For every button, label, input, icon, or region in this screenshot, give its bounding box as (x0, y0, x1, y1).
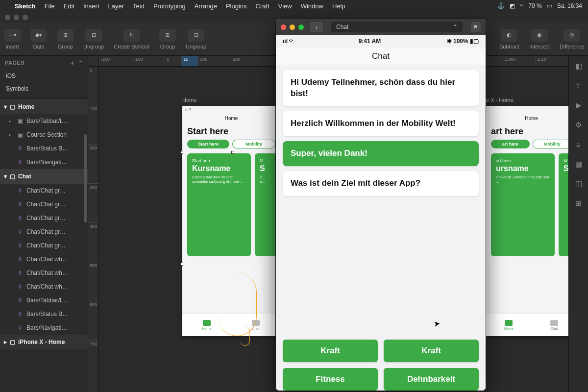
tab-chat[interactable]: Chat (231, 314, 280, 336)
wifi-icon[interactable]: ⌔ (520, 2, 523, 9)
insert-button[interactable]: ＋▾Insert (4, 29, 21, 49)
app-name[interactable]: Sketch (15, 2, 36, 10)
image-icon[interactable]: ⊞ (573, 198, 584, 209)
clock[interactable]: Sa. 16:34 (557, 2, 582, 9)
heading: Start here (182, 123, 280, 139)
layer-item[interactable]: ◊Chat/Chat gr… (0, 184, 88, 197)
mask-icon[interactable]: ◫ (573, 178, 584, 189)
page-ios[interactable]: iOS (0, 70, 88, 82)
layout-icon[interactable]: ▦ (573, 159, 584, 170)
popup-titlebar[interactable]: ‹ Chat⌃ ⚑ (276, 19, 486, 35)
chevron-updown-icon: ⌃ (453, 24, 458, 30)
data-button[interactable]: ◆▾Data (30, 29, 47, 49)
intersect-button[interactable]: ◉Intersect (529, 29, 550, 49)
chat-bubble-incoming: Was ist dein Ziel mit dieser App? (283, 171, 479, 196)
layer-item[interactable]: ◊Bars/Status B… (0, 142, 88, 155)
export-icon[interactable]: ⇪ (573, 80, 584, 91)
popup-min-icon[interactable] (290, 24, 295, 30)
pill-mobility[interactable]: Mobility (533, 140, 569, 148)
layer-item[interactable]: ▸▣Course Section (0, 128, 88, 142)
menu-text[interactable]: Text (133, 2, 145, 10)
align-icon[interactable]: ≡ (573, 139, 584, 150)
traffic-min-icon[interactable] (14, 15, 19, 20)
artboard-home-canvas[interactable]: Home ııl ⌔▮ Home Start here Start here M… (182, 106, 280, 336)
answer-dehnbarkeit-button[interactable]: Dehnbarkeit (384, 368, 479, 391)
artboard-selector[interactable]: Chat⌃ (331, 22, 463, 32)
inspector-icon[interactable]: ◧ (573, 61, 584, 72)
traffic-max-icon[interactable] (23, 15, 28, 20)
signal-icon: ııl ⌔ (283, 38, 293, 45)
create-symbol-button[interactable]: ↻Create Symbol (114, 29, 149, 49)
settings-icon[interactable]: ⚙ (573, 120, 584, 130)
cursor-icon: ➤ (433, 318, 441, 329)
answer-kraft-button[interactable]: Kraft (283, 340, 378, 362)
back-button[interactable]: ‹ (310, 22, 323, 32)
scrollbar-thumb[interactable] (84, 134, 87, 222)
chat-bubble-outgoing: Super, vielen Dank! (283, 141, 479, 166)
play-icon[interactable]: ▶ (573, 100, 584, 111)
answer-fitness-button[interactable]: Fitness (283, 368, 378, 391)
layer-item[interactable]: ◊Bars/Navigati… (0, 321, 88, 335)
course-card[interactable]: MS (559, 153, 568, 256)
ungroup-button[interactable]: ⊟Ungroup (83, 29, 104, 49)
pill-start[interactable]: art here (491, 140, 530, 148)
menu-help[interactable]: Help (332, 2, 345, 10)
layer-item[interactable]: ◊Chat/Chat gr… (0, 239, 88, 252)
menu-plugins[interactable]: Plugins (226, 2, 247, 10)
menu-arrange[interactable]: Arrange (195, 2, 217, 10)
group-button[interactable]: ⊞Group (57, 29, 74, 49)
course-card[interactable]: art here ursname n dolor sit , consetetu… (491, 153, 555, 256)
layer-item[interactable]: ◊Chat/Chat wh… (0, 280, 88, 294)
menu-window[interactable]: Window (301, 2, 323, 10)
layer-item[interactable]: ◊Chat/Chat wh… (0, 266, 88, 280)
docker-icon[interactable]: ⚓ (497, 2, 505, 9)
tab-home[interactable]: Home (182, 314, 231, 336)
layers-panel: PAGES＋⌃ iOS Symbols ▾▢Home ▸▣Bars/Tabbar… (0, 56, 88, 392)
tab-chat[interactable]: Chat (532, 314, 569, 336)
pill-mobility[interactable]: Mobility (232, 140, 275, 148)
layer-item[interactable]: ◊Chat/Chat wh… (0, 252, 88, 266)
tab-home[interactable]: Home (486, 314, 532, 336)
layer-item[interactable]: ◊Bars/Tabbar/L… (0, 294, 88, 307)
artboard-home2-canvas[interactable]: e X - Home Home art here art here Mobili… (486, 106, 568, 336)
answer-kraft2-button[interactable]: Kraft (384, 340, 479, 362)
layer-item[interactable]: ◊Chat/Chat gr… (0, 225, 88, 239)
subtract-button[interactable]: ◐Subtract (499, 29, 519, 49)
artboard-label[interactable]: Home (182, 97, 196, 103)
popup-close-icon[interactable] (281, 24, 286, 30)
pill-start[interactable]: Start here (187, 140, 229, 148)
battery-icon[interactable]: ▭ (547, 2, 552, 9)
ungroup2-button[interactable]: ⊟Ungroup (186, 29, 206, 49)
collapse-pages-icon[interactable]: ⌃ (78, 60, 83, 66)
menu-edit[interactable]: Edit (64, 2, 74, 10)
statusbar-icon: ııl ⌔▮ (182, 106, 280, 113)
difference-button[interactable]: ◎Difference (560, 29, 584, 49)
menu-insert[interactable]: Insert (83, 2, 99, 10)
traffic-close-icon[interactable] (5, 15, 10, 20)
battery-percent: 70 % (528, 2, 541, 9)
device-statusbar: ııl ⌔ 9:41 AM ✱ 100% ▮▢ (276, 35, 486, 48)
artboard-home[interactable]: ▾▢Home (0, 99, 88, 114)
layer-item[interactable]: ◊Bars/Navigati… (0, 155, 88, 169)
layer-item[interactable]: ◊Chat/Chat gr… (0, 197, 88, 211)
menu-craft[interactable]: Craft (256, 2, 270, 10)
flag-icon[interactable]: ⚑ (471, 22, 481, 32)
menu-view[interactable]: View (278, 2, 292, 10)
page-symbols[interactable]: Symbols (0, 82, 88, 95)
layer-item[interactable]: ◊Bars/Status B… (0, 307, 88, 321)
group2-button[interactable]: ⊞Group (159, 29, 176, 49)
add-page-icon[interactable]: ＋ (70, 59, 75, 67)
artboard-iphone[interactable]: ▸▢iPhone X - Home (0, 335, 88, 349)
menu-file[interactable]: File (45, 2, 55, 10)
status-icon[interactable]: ◩ (510, 2, 515, 9)
artboard-chat[interactable]: ▾▢Chat (0, 169, 88, 184)
menu-prototyping[interactable]: Prototyping (153, 2, 186, 10)
course-card[interactable]: Start here Kursname Lorem ipsum dolor si… (187, 153, 251, 256)
layer-item[interactable]: ▸▣Bars/Tabbar/L… (0, 114, 88, 128)
statusbar-icon (486, 106, 568, 113)
layer-item[interactable]: ◊Chat/Chat gr… (0, 211, 88, 225)
popup-max-icon[interactable] (298, 24, 304, 30)
nav-title: Home (182, 113, 280, 123)
artboard-label[interactable]: e X - Home (486, 97, 514, 103)
menu-layer[interactable]: Layer (108, 2, 124, 10)
